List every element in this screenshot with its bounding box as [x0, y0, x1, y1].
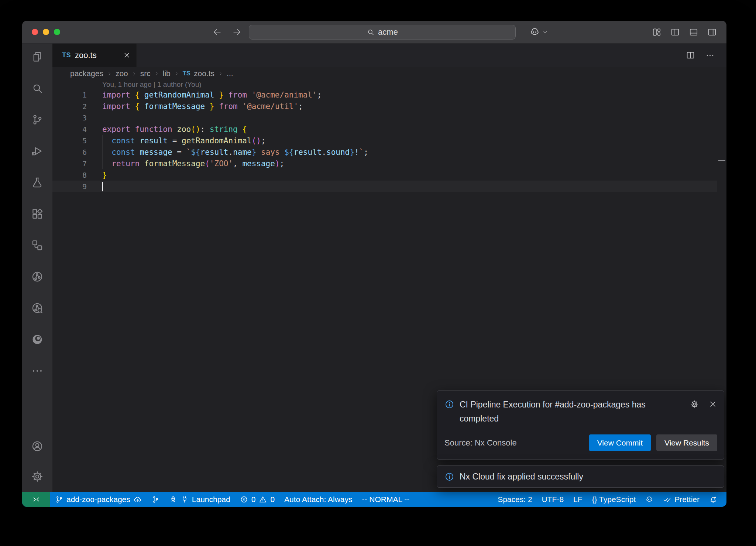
pipeline-icon: [151, 495, 159, 504]
code-line-8[interactable]: 8}: [52, 169, 717, 181]
code-line-content: const message = `${result.name} says ${r…: [102, 148, 368, 157]
breadcrumb-item-zoo-ts[interactable]: zoo.ts: [194, 69, 214, 78]
activity-search-icon[interactable]: [28, 79, 47, 98]
breadcrumb-item--[interactable]: ...: [227, 69, 233, 78]
line-number: 8: [52, 171, 102, 180]
code-line-1[interactable]: 1import { getRandomAnimal } from '@acme/…: [52, 89, 717, 100]
notification-toasts: CI Pipeline Execution for #add-zoo-packa…: [437, 390, 724, 488]
toggle-panel-icon[interactable]: [689, 27, 698, 37]
toggle-primary-sidebar-icon[interactable]: [670, 27, 680, 37]
notification-nx-cloud: Nx Cloud fix applied successfully: [437, 465, 724, 488]
activity-debug-icon[interactable]: [28, 141, 47, 161]
status-vim-mode[interactable]: -- NORMAL --: [357, 492, 415, 507]
breadcrumb-item-packages[interactable]: packages: [70, 69, 103, 78]
search-value: acme: [378, 27, 398, 37]
line-number: 2: [52, 102, 102, 111]
customize-layout-icon[interactable]: [652, 27, 662, 37]
notification-settings-icon[interactable]: [690, 400, 699, 409]
screenshot-canvas: { "palette": { "kw":"#C586C0","st":"#569…: [0, 0, 756, 546]
line-number: 6: [52, 148, 102, 157]
line-number: 1: [52, 91, 102, 99]
more-actions-icon[interactable]: [705, 51, 715, 60]
notification-source: Source: Nx Console: [444, 438, 517, 448]
double-check-icon: [663, 495, 671, 504]
split-editor-icon[interactable]: [686, 51, 695, 60]
status-label: {} TypeScript: [592, 495, 636, 504]
activity-beaker-icon[interactable]: [28, 173, 47, 192]
chevron-right-icon: [154, 71, 159, 76]
tab-bar: TS zoo.ts: [52, 44, 726, 67]
view-commit-button[interactable]: View Commit: [589, 434, 651, 451]
breadcrumb-item-zoo[interactable]: zoo: [116, 69, 128, 78]
copilot-menu[interactable]: [529, 21, 549, 43]
breadcrumb: packageszoosrclibTSzoo.ts...: [52, 67, 726, 80]
toggle-secondary-sidebar-icon[interactable]: [707, 27, 717, 37]
code-line-3[interactable]: 3: [52, 112, 717, 123]
status-encoding[interactable]: UTF-8: [537, 492, 569, 507]
code-line-4[interactable]: 4export function zoo(): string {: [52, 123, 717, 135]
back-arrow-icon[interactable]: [212, 27, 222, 37]
status-launchpad[interactable]: Launchpad: [164, 492, 235, 507]
status-remote-indicator[interactable]: [22, 492, 50, 507]
status-label: Auto Attach: Always: [284, 495, 352, 504]
activity-account-icon[interactable]: [28, 437, 47, 456]
code-line-content: export function zoo(): string {: [102, 125, 247, 134]
close-window-button[interactable]: [32, 29, 38, 35]
notification-ci-pipeline: CI Pipeline Execution for #add-zoo-packa…: [437, 390, 724, 460]
error-circle-icon: [240, 495, 248, 504]
status-label: Prettier: [674, 495, 700, 504]
code-line-9[interactable]: 9: [52, 181, 717, 192]
traffic-lights: [32, 29, 60, 35]
activity-more-icon[interactable]: [28, 361, 47, 381]
status-auto-attach[interactable]: Auto Attach: Always: [279, 492, 357, 507]
remote-icon: [32, 495, 40, 504]
chevron-right-icon: [174, 71, 179, 76]
code-line-2[interactable]: 2import { formatMessage } from '@acme/ut…: [52, 100, 717, 112]
titlebar: acme: [22, 21, 726, 44]
breadcrumb-item-lib[interactable]: lib: [163, 69, 171, 78]
status-pipeline[interactable]: [147, 492, 164, 507]
minimize-window-button[interactable]: [43, 29, 49, 35]
code-line-6[interactable]: 6 const message = `${result.name} says $…: [52, 146, 717, 158]
breadcrumb-item-src[interactable]: src: [140, 69, 151, 78]
status-label: UTF-8: [542, 495, 564, 504]
status-bar: add-zoo-packagesLaunchpad00Auto Attach: …: [22, 492, 726, 507]
activity-extensions-icon[interactable]: [28, 204, 47, 223]
activity-edge-icon[interactable]: [28, 330, 47, 349]
info-icon: [444, 399, 454, 409]
status-problems[interactable]: 00: [235, 492, 279, 507]
tab-label: zoo.ts: [75, 51, 97, 60]
activity-linked-squares-icon[interactable]: [28, 236, 47, 255]
view-results-button[interactable]: View Results: [656, 434, 717, 451]
status-label: 0: [270, 495, 275, 504]
code-line-7[interactable]: 7 return formatMessage('ZOO', message);: [52, 158, 717, 169]
activity-circle-branch-search-icon[interactable]: [28, 298, 47, 318]
tab-zoo-ts[interactable]: TS zoo.ts: [52, 44, 137, 67]
close-tab-icon[interactable]: [123, 51, 131, 59]
status-copilot-status[interactable]: [640, 492, 658, 507]
command-center-search[interactable]: acme: [249, 25, 516, 40]
status-formatter[interactable]: Prettier: [658, 492, 704, 507]
status-notifications-bell[interactable]: [704, 492, 722, 507]
status-language-mode[interactable]: {} TypeScript: [587, 492, 641, 507]
activity-settings-gear-icon[interactable]: [28, 467, 47, 486]
code-line-5[interactable]: 5 const result = getRandomAnimal();: [52, 135, 717, 146]
chevron-right-icon: [131, 71, 137, 76]
code-line-content: const result = getRandomAnimal();: [102, 136, 266, 145]
forward-arrow-icon[interactable]: [232, 27, 242, 37]
activity-files-icon[interactable]: [28, 47, 47, 66]
chevron-right-icon: [107, 71, 112, 76]
zoom-window-button[interactable]: [54, 29, 60, 35]
status-git-branch[interactable]: add-zoo-packages: [50, 492, 147, 507]
status-label: add-zoo-packages: [66, 495, 130, 504]
notification-close-icon[interactable]: [708, 400, 717, 409]
code-line-content: import { formatMessage } from '@acme/uti…: [102, 102, 303, 111]
copilot-icon: [529, 27, 540, 37]
activity-circle-branch-icon[interactable]: [28, 267, 47, 286]
cloud-upload-icon: [134, 495, 142, 504]
line-number: 9: [52, 182, 102, 191]
status-eol[interactable]: LF: [568, 492, 587, 507]
activity-source-control-icon[interactable]: [28, 110, 47, 129]
code-line-content: [102, 182, 103, 191]
status-indentation[interactable]: Spaces: 2: [493, 492, 537, 507]
